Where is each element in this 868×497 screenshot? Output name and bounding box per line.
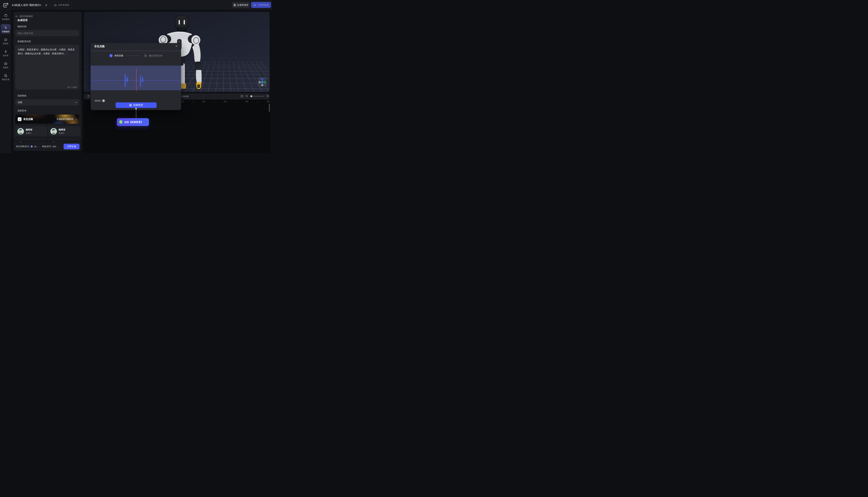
back-label: 返回音频编排 <box>19 15 33 18</box>
voice-content-textarea[interactable]: 大家好，我是灵犀X2，很高兴认识大家，大家好，我是灵犀X2，很高兴认识大家，大家… <box>15 45 79 89</box>
save-button-label: 合成并保存 <box>237 3 249 6</box>
tick-label: 10S <box>202 101 205 102</box>
tick-mark: | <box>214 101 215 102</box>
step-2-dot: 2 <box>144 54 147 57</box>
tick-mark: | <box>193 101 193 102</box>
close-icon[interactable]: ✕ <box>175 45 178 48</box>
sidebar-item-audio-arrange[interactable]: 音频编排 <box>1 24 11 34</box>
connector-dashed-line <box>136 110 136 118</box>
play-icon <box>103 100 104 101</box>
sidebar-item-label: 动作模仿 <box>2 18 10 20</box>
modal-title: 音色克隆 <box>94 45 105 48</box>
material-name-input[interactable] <box>15 30 79 36</box>
balance-value: 300 <box>52 145 56 148</box>
person-icon <box>4 50 8 54</box>
generate-footer: 本次消耗灵石 10 剩余灵石 300 立即生成 <box>13 142 82 151</box>
voice-lang: 普通话 <box>59 132 66 134</box>
balance-label: 剩余灵石 <box>42 145 51 148</box>
zoom-out-icon[interactable] <box>246 95 248 98</box>
connector-dot <box>136 108 137 110</box>
top-bar: A1机器人动作-我的项目1 文件未保存 合成并保存 下发到设备 <box>0 0 272 10</box>
timeline-duration: / 00:30 <box>182 95 188 98</box>
step-connector <box>127 56 141 56</box>
tick-mark: | <box>257 101 257 102</box>
voice-name: 稚晖君 <box>26 128 32 131</box>
deploy-to-device-button[interactable]: 下发到设备 <box>251 2 271 8</box>
music-icon <box>4 62 8 66</box>
text-caret <box>66 52 67 55</box>
axis-gizmo[interactable]: Z Y X <box>258 77 266 87</box>
file-unsaved-button[interactable]: 文件未保存 <box>51 2 72 8</box>
axis-z[interactable]: Z <box>261 78 263 80</box>
clone-banner-title: 音色克隆 <box>23 118 33 121</box>
voice-lang: 普通话 <box>26 132 32 134</box>
cloud-icon <box>54 4 57 6</box>
tick-label: 16S <box>266 101 270 102</box>
sidebar-item-label: 音频库 <box>3 66 9 69</box>
music-note-icon: ♪ <box>18 117 22 121</box>
sidebar-item-motion-mimic[interactable]: 动作模仿 <box>1 12 11 22</box>
timeline-ruler[interactable]: 8S | 10S | 12S | 14S | 16S <box>182 101 270 102</box>
sidebar-item-label: 表情库 <box>3 42 9 45</box>
emotion-label: 选择情绪 <box>17 94 26 97</box>
waveform-baseline <box>90 80 181 81</box>
app-window: A1机器人动作-我的项目1 文件未保存 合成并保存 下发到设备 动作模仿 音频编… <box>0 0 272 153</box>
chevron-down-icon <box>75 101 77 103</box>
arrow-left-icon <box>15 15 18 17</box>
cost-value: 10 <box>34 145 37 148</box>
playhead-cursor <box>136 68 137 91</box>
record-icon <box>129 104 132 106</box>
axis-y[interactable]: Y <box>261 81 263 83</box>
save-button[interactable]: 合成并保存 <box>232 2 250 8</box>
slider-knob[interactable] <box>250 95 252 97</box>
play-button[interactable] <box>102 99 105 102</box>
sidebar-item-audio-lib[interactable]: 音频库 <box>1 60 11 70</box>
generate-now-button[interactable]: 立即生成 <box>64 144 80 150</box>
sidebar-item-action-lib[interactable]: 动作库 <box>1 48 11 58</box>
voice-card[interactable]: 稚晖君普通话 <box>15 126 47 136</box>
axis-neg-x[interactable] <box>258 81 261 83</box>
step-1-label: 录制音频 <box>114 54 123 57</box>
axis-x[interactable]: X <box>264 81 266 83</box>
sidebar-item-expression-lib[interactable]: 表情库 <box>1 37 11 46</box>
stop-recording-button[interactable]: 结束录音 <box>116 102 157 108</box>
nav-rail: 动作模仿 音频编排 表情库 动作库 音频库 我的任务 <box>0 10 11 153</box>
tick-mark: | <box>236 101 236 102</box>
step-indicator: 1 录制音频 2 确认对应文本 <box>90 54 181 57</box>
step-2-label: 确认对应文本 <box>149 54 163 57</box>
modal-divider <box>90 51 181 51</box>
waveform-display <box>90 66 181 90</box>
sidebar-item-my-tasks[interactable]: 我的任务 <box>1 73 11 82</box>
arrow-right-icon: → <box>75 118 77 120</box>
recording-time-row: 00:03 <box>95 99 105 102</box>
tick-label: 12S <box>224 101 227 102</box>
back-link[interactable]: 返回音频编排 <box>15 15 33 18</box>
file-unsaved-label: 文件未保存 <box>58 3 69 6</box>
emotion-select[interactable]: 自然 <box>15 99 79 105</box>
trash-icon[interactable] <box>87 95 90 98</box>
sidebar-item-label: 我的任务 <box>2 78 10 81</box>
project-title: A1机器人动作-我的项目1 <box>12 3 42 7</box>
stop-recording-label: 结束录音 <box>133 104 143 107</box>
cost-label: 本次消耗灵石 <box>16 145 29 148</box>
timeline-scrollbar[interactable] <box>269 104 270 112</box>
deploy-button-label: 下发到设备 <box>257 3 269 6</box>
app-logo-icon <box>3 2 9 8</box>
sparkles-icon <box>4 26 8 29</box>
timeline-zoom-slider[interactable] <box>250 96 264 97</box>
timeline-zoom-controls <box>241 95 269 98</box>
rename-button[interactable] <box>43 2 50 8</box>
avatar <box>17 128 24 135</box>
pencil-icon <box>45 4 47 6</box>
save-icon <box>234 4 236 6</box>
clapper-icon <box>4 14 8 17</box>
sidebar-item-label: 音频编排 <box>2 30 10 33</box>
fit-width-icon[interactable] <box>241 95 243 98</box>
sidebar-item-label: 动作库 <box>3 54 9 57</box>
zoom-in-icon[interactable] <box>266 95 269 98</box>
tick-label: 14S <box>245 101 248 102</box>
tooltip-text: 点击【结束录音】 <box>124 120 143 124</box>
voice-clone-banner[interactable]: ♪ 音色克隆 生成你的专属音色→ <box>15 115 79 124</box>
voice-card[interactable]: 稚晖君普通话 <box>48 126 80 136</box>
axis-neg-z[interactable] <box>261 84 263 86</box>
